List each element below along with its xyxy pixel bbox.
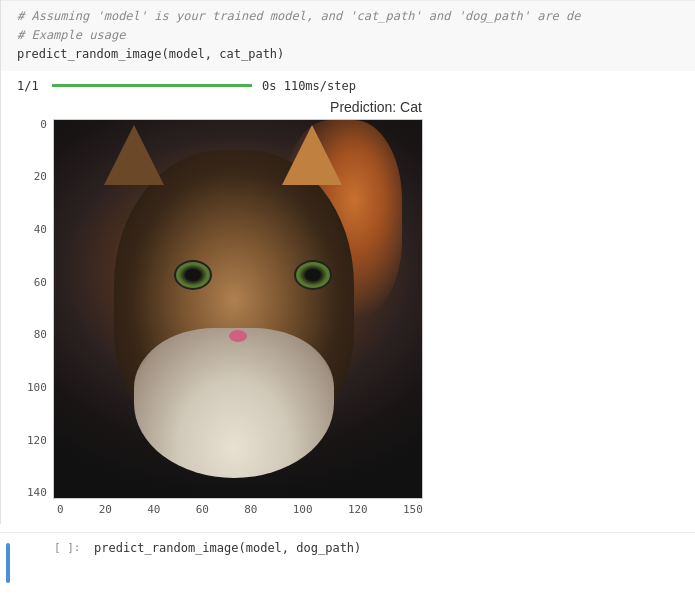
cat-left-eye <box>174 260 212 290</box>
bottom-cell: [ ]: <box>0 532 695 593</box>
y-label-100: 100 <box>27 382 47 393</box>
x-label-120: 120 <box>348 503 368 516</box>
cat-left-ear <box>104 125 164 185</box>
x-label-100: 100 <box>293 503 313 516</box>
cell-code-area: [ ]: <box>50 533 695 563</box>
cat-image-plot <box>53 119 423 499</box>
cat-right-ear <box>282 125 342 185</box>
x-label-150: 150 <box>403 503 423 516</box>
progress-time: 0s 110ms/step <box>262 79 356 93</box>
x-axis: 0 20 40 60 80 100 120 150 <box>53 503 423 516</box>
x-label-40: 40 <box>147 503 160 516</box>
cell-input-row[interactable]: [ ]: <box>54 541 691 555</box>
y-label-140: 140 <box>27 487 47 498</box>
x-label-60: 60 <box>196 503 209 516</box>
cell-run-indicator <box>0 533 50 593</box>
x-label-80: 80 <box>244 503 257 516</box>
cat-nose <box>229 330 247 342</box>
progress-bar <box>52 84 252 87</box>
progress-label: 1/1 <box>17 79 42 93</box>
chart-right: 0 20 40 60 80 100 120 150 <box>53 119 423 516</box>
progress-row: 1/1 0s 110ms/step <box>17 79 685 93</box>
output-area: 1/1 0s 110ms/step Prediction: Cat 0 20 4… <box>1 71 695 524</box>
code-comment-1: # Assuming 'model' is your trained model… <box>17 7 685 26</box>
y-label-80: 80 <box>27 329 47 340</box>
notebook-output-cell: # Assuming 'model' is your trained model… <box>0 0 695 524</box>
y-label-0: 0 <box>27 119 47 130</box>
cell-bracket-label <box>10 556 25 569</box>
chart-container: Prediction: Cat 0 20 40 60 80 100 120 14… <box>27 99 685 516</box>
chart-inner: 0 20 40 60 80 100 120 140 <box>27 119 685 516</box>
code-comment-2: # Example usage <box>17 26 685 45</box>
cat-white-chest <box>134 328 334 478</box>
x-label-20: 20 <box>99 503 112 516</box>
cat-right-eye <box>294 260 332 290</box>
y-label-60: 60 <box>27 277 47 288</box>
y-label-120: 120 <box>27 435 47 446</box>
cell-execution-label: [ ]: <box>54 541 94 554</box>
x-label-0: 0 <box>57 503 64 516</box>
code-block: # Assuming 'model' is your trained model… <box>1 0 695 71</box>
code-line: predict_random_image(model, cat_path) <box>17 45 685 64</box>
chart-title: Prediction: Cat <box>67 99 685 115</box>
y-axis: 0 20 40 60 80 100 120 140 <box>27 119 53 499</box>
cell-code-input[interactable] <box>94 541 394 555</box>
y-label-20: 20 <box>27 171 47 182</box>
y-label-40: 40 <box>27 224 47 235</box>
